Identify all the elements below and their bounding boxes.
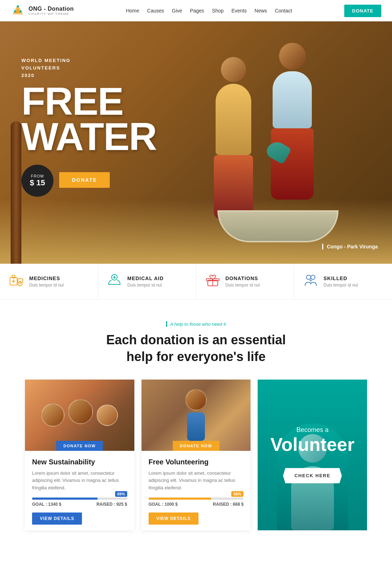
feature-skilled: SKILLED Duis tempor id nul [294,264,392,299]
hero-badge-row: FROM $ 15 DONATE [21,158,156,202]
volunteer-card: Becomes a Volunteer CHECK HERE [258,380,367,530]
card-1-body: New Sustainability Lorem ipsum dolor sit… [25,451,134,530]
card-2-body: Free Volunteering Lorem ipsum dolor sit … [141,451,251,530]
logo-subtitle: CHARITY WP THEME [29,12,74,16]
skilled-icon [303,272,319,291]
svg-point-19 [311,275,315,279]
card-2-meta: GOAL : 1000 $ RAISED : 668 $ [149,502,244,507]
hero-tree [11,121,21,264]
donations-text: DONATIONS Duis tempor id nul [226,275,260,288]
logo: ONG - Donation CHARITY WP THEME [11,4,74,18]
card-2-progress-pct: 66% [231,491,243,497]
card-2-desc: Lorem ipsum dolor sit amet, consectetur … [149,470,244,492]
hero-price-badge: FROM $ 15 [21,165,53,197]
logo-text: ONG - Donation CHARITY WP THEME [29,6,74,16]
card-1-donate-tag[interactable]: DONATE NOW [56,441,103,451]
cause-card-1: DONATE NOW New Sustainability Lorem ipsu… [25,380,134,530]
logo-title: ONG - Donation [29,6,74,12]
card-2-raised: RAISED : 668 $ [213,502,243,507]
nav-events[interactable]: Events [232,8,247,14]
nav-shop[interactable]: Shop [212,8,224,14]
svg-point-2 [14,10,16,12]
hero-ground [0,200,392,264]
cards-row: DONATE NOW New Sustainability Lorem ipsu… [0,380,392,552]
hero-content: WORLD MEETING VOLUNTEERS 2020 FREE WATER… [21,57,156,202]
svg-point-18 [306,275,311,279]
logo-icon [11,4,25,18]
cause-card-2: DONATE NOW Free Volunteering Lorem ipsum… [141,380,251,530]
donations-icon [205,272,221,291]
section-tag-bar [166,321,167,327]
feature-donations: DONATIONS Duis tempor id nul [196,264,294,299]
hero-subtitle: WORLD MEETING VOLUNTEERS 2020 [21,57,156,79]
medicines-text: MEDICINES Duis tempor id nul [29,275,64,288]
card-1-title: New Sustainability [32,458,127,466]
hero-person1 [210,57,257,207]
hero-section: WORLD MEETING VOLUNTEERS 2020 FREE WATER… [0,21,392,264]
card-2-title: Free Volunteering [149,458,244,466]
hero-title: FREE WATER [21,83,156,154]
hero-donate-button[interactable]: DONATE [59,172,110,188]
feature-medicines: MEDICINES Duis tempor id nul [0,264,98,299]
card-1-figures [25,380,134,451]
nav-pages[interactable]: Pages [190,8,204,14]
card-2-donate-tag[interactable]: DONATE NOW [173,441,220,451]
feature-medical-aid: MEDICAL AID Duis tempor id nul [98,264,196,299]
card-1-view-button[interactable]: VIEW DETAILS [32,513,82,525]
section-tag: A help to those who need it [21,321,371,327]
volunteer-title: Volunteer [270,435,355,454]
nav-contact[interactable]: Contact [275,8,292,14]
skilled-text: SKILLED Duis tempor id nul [324,275,358,288]
card-1-progress-fill [32,498,98,500]
card-1-image: DONATE NOW [25,380,134,451]
card-2-progress-fill [149,498,211,500]
hero-person2 [267,43,317,207]
header-donate-button[interactable]: DONATE [344,5,381,17]
section-title: Each donation is an essential help for e… [103,332,289,365]
card-1-progress-bar: 69% [32,498,127,500]
card-2-view-button[interactable]: VIEW DETAILS [149,513,198,525]
hero-location: Congo - Park Virunga [322,244,378,249]
card-2-figure [141,380,251,451]
card-1-meta: GOAL : 1340 $ RAISED : 925 $ [32,502,127,507]
volunteer-becomes-label: Becomes a [270,426,355,434]
nav-causes[interactable]: Causes [147,8,164,14]
causes-section-header: A help to those who need it Each donatio… [0,300,392,380]
medical-aid-icon [107,272,122,291]
card-2-image: DONATE NOW [141,380,251,451]
hero-basin [217,210,339,242]
card-1-desc: Lorem ipsum dolor sit amet, consectetur … [32,470,127,492]
medical-aid-text: MEDICAL AID Duis tempor id nul [127,275,164,288]
volunteer-check-button[interactable]: CHECK HERE [283,468,342,483]
card-1-raised: RAISED : 925 $ [97,502,127,507]
svg-point-3 [20,10,22,12]
main-nav: Home Causes Give Pages Shop Events News … [126,8,292,14]
card-1-goal: GOAL : 1340 $ [32,502,61,507]
section-tag-text: A help to those who need it [170,321,226,327]
svg-point-4 [17,5,19,7]
card-2-progress-bar: 66% [149,498,244,500]
volunteer-content: Becomes a Volunteer CHECK HERE [260,412,365,498]
medicines-icon [9,272,24,291]
nav-give[interactable]: Give [172,8,182,14]
header: ONG - Donation CHARITY WP THEME Home Cau… [0,0,392,21]
nav-news[interactable]: News [254,8,267,14]
card-2-goal: GOAL : 1000 $ [149,502,178,507]
features-bar: MEDICINES Duis tempor id nul MEDICAL AID… [0,264,392,300]
card-1-bg [25,380,134,451]
card-1-progress-pct: 69% [115,491,127,497]
nav-home[interactable]: Home [126,8,139,14]
card-2-bg [141,380,251,451]
